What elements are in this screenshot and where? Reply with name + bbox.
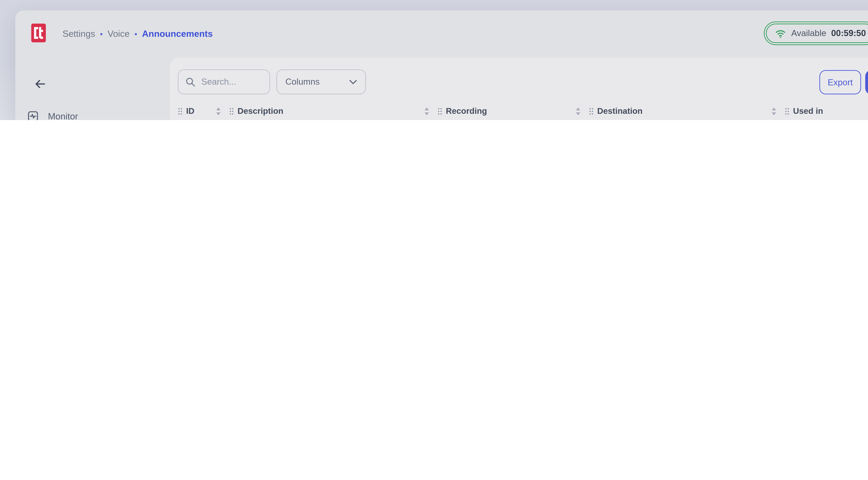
squaretalk-logo[interactable]	[31, 24, 46, 42]
availability-status: Available	[791, 29, 826, 38]
drag-handle-icon	[229, 107, 234, 115]
drag-handle-icon	[589, 107, 594, 115]
availability-pill[interactable]: Available 00:59:50	[764, 22, 868, 45]
search-box[interactable]	[178, 69, 270, 94]
announcements-card: Columns Export + Add Announcement ID	[170, 58, 868, 120]
drag-handle-icon	[437, 107, 442, 115]
column-header-description[interactable]: Description	[229, 106, 437, 116]
table-header: ID Description Recording	[171, 101, 868, 120]
page: Settings • Voice • Announcements	[0, 0, 868, 120]
sort-icon[interactable]	[424, 107, 429, 115]
column-header-used-in[interactable]: Used in	[785, 106, 868, 116]
breadcrumb: Settings • Voice • Announcements	[62, 29, 213, 39]
sidebar: Monitor Contacts	[15, 56, 158, 120]
breadcrumb-separator: •	[134, 30, 137, 38]
top-bar: Settings • Voice • Announcements	[15, 10, 868, 56]
collapse-sidebar-button[interactable]	[34, 78, 46, 90]
sidebar-item-label: Monitor	[48, 111, 78, 120]
column-header-id[interactable]: ID	[178, 106, 229, 116]
breadcrumb-settings[interactable]: Settings	[62, 29, 95, 39]
breadcrumb-voice[interactable]: Voice	[107, 29, 129, 39]
breadcrumb-announcements[interactable]: Announcements	[142, 29, 213, 39]
chevron-down-icon	[349, 79, 357, 84]
sort-icon[interactable]	[576, 107, 581, 115]
drag-handle-icon	[785, 107, 789, 115]
columns-dropdown[interactable]: Columns	[276, 69, 366, 94]
header-actions: Available 00:59:50	[764, 20, 868, 47]
breadcrumb-separator: •	[100, 30, 102, 38]
column-header-recording[interactable]: Recording	[437, 106, 589, 116]
add-announcement-button[interactable]: + Add Announcement	[865, 70, 868, 94]
monitor-icon	[28, 111, 38, 120]
search-icon	[185, 77, 195, 87]
drag-handle-icon	[178, 107, 183, 115]
column-header-destination[interactable]: Destination	[589, 106, 785, 116]
availability-timer: 00:59:50	[831, 29, 866, 38]
search-input[interactable]	[200, 76, 265, 88]
columns-dropdown-label: Columns	[285, 77, 319, 87]
export-button[interactable]: Export	[819, 70, 861, 94]
wifi-icon	[775, 29, 786, 38]
sort-icon[interactable]	[216, 107, 221, 115]
sidebar-item-monitor[interactable]: Monitor	[15, 103, 158, 120]
sort-icon[interactable]	[772, 107, 776, 115]
main-content: Columns Export + Add Announcement ID	[158, 56, 868, 120]
app-window: Settings • Voice • Announcements	[15, 10, 868, 120]
